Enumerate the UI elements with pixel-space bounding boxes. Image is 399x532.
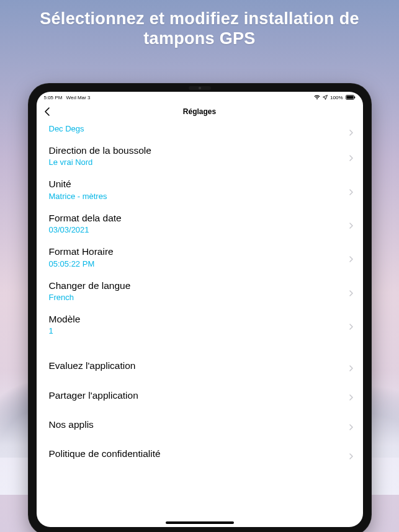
row-title: Modèle: [49, 313, 351, 325]
row-title: Format Horaire: [49, 246, 351, 257]
row-value: 1: [49, 326, 351, 335]
row-title: Partager l'application: [49, 389, 351, 401]
row-our-apps[interactable]: Nos applis: [37, 410, 363, 439]
location-icon: [323, 95, 328, 100]
status-bar: 5:05 PM Wed Mar 3 100%: [37, 92, 363, 103]
row-title: Nos applis: [49, 419, 351, 430]
row-value: 05:05:22 PM: [49, 259, 351, 268]
tablet-screen: 5:05 PM Wed Mar 3 100% Réglages: [37, 92, 363, 527]
row-title: Evaluez l'application: [49, 360, 351, 371]
row-title: Unité: [49, 178, 351, 190]
page-title: Réglages: [183, 107, 216, 116]
status-right: 100%: [314, 95, 355, 100]
row-title: Changer de langue: [49, 280, 351, 291]
home-indicator[interactable]: [166, 521, 234, 524]
svg-rect-1: [346, 96, 353, 99]
row-value: 03/03/2021: [49, 225, 351, 234]
svg-rect-2: [354, 97, 355, 99]
tablet-frame: 5:05 PM Wed Mar 3 100% Réglages: [28, 83, 372, 532]
row-privacy-policy[interactable]: Politique de confidentialité: [37, 439, 363, 468]
status-battery-text: 100%: [330, 95, 343, 100]
promo-headline: Sélectionnez et modifiez installation de…: [0, 9, 399, 49]
back-button[interactable]: [43, 107, 53, 117]
tablet-camera: [189, 86, 211, 90]
row-value: Le vrai Nord: [49, 157, 351, 167]
status-time: 5:05 PM: [44, 95, 63, 100]
row-coord-format[interactable]: Dec Degs: [37, 122, 363, 139]
settings-list: Dec Degs Direction de la boussole Le vra…: [37, 120, 363, 527]
row-title: Politique de confidentialité: [49, 448, 351, 459]
status-date: Wed Mar 3: [66, 95, 91, 100]
row-title: Format dela date: [49, 212, 351, 224]
navbar: Réglages: [37, 103, 363, 120]
row-date-format[interactable]: Format dela date 03/03/2021: [37, 206, 363, 240]
row-share-app[interactable]: Partager l'application: [37, 381, 363, 410]
row-value: French: [49, 293, 351, 302]
battery-icon: [346, 95, 356, 100]
row-time-format[interactable]: Format Horaire 05:05:22 PM: [37, 240, 363, 273]
wifi-icon: [314, 95, 320, 100]
row-value: Matrice - mètres: [49, 192, 351, 201]
row-rate-app[interactable]: Evaluez l'application: [37, 351, 363, 380]
row-value: Dec Degs: [49, 124, 351, 133]
status-left: 5:05 PM Wed Mar 3: [44, 95, 93, 100]
row-template[interactable]: Modèle 1: [37, 308, 363, 341]
row-language[interactable]: Changer de langue French: [37, 274, 363, 308]
row-unit[interactable]: Unité Matrice - mètres: [37, 172, 363, 206]
row-title: Direction de la boussole: [49, 144, 351, 156]
row-compass-direction[interactable]: Direction de la boussole Le vrai Nord: [37, 139, 363, 172]
